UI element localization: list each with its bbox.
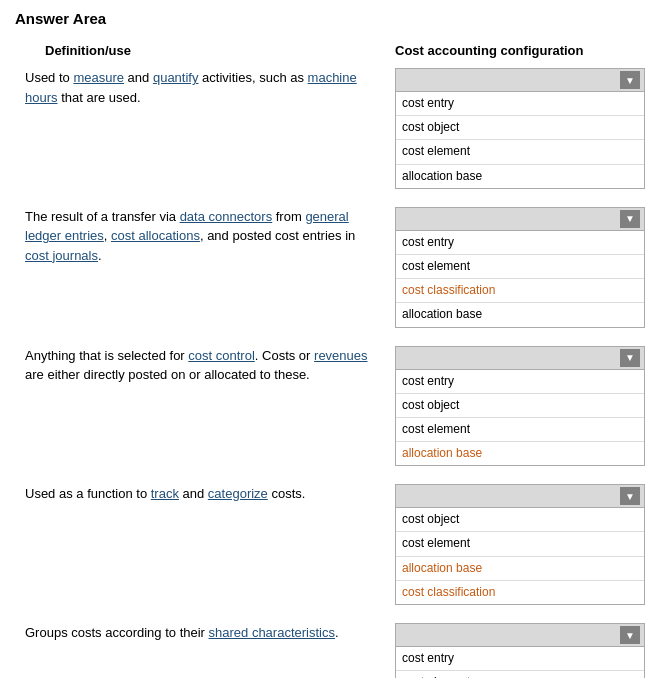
- dropdown-arrow-1[interactable]: ▼: [620, 71, 640, 89]
- dropdown-item-3-2[interactable]: cost object: [396, 394, 644, 418]
- dropdown-item-2-2[interactable]: cost element: [396, 255, 644, 279]
- qa-row-3: Anything that is selected for cost contr…: [15, 346, 645, 467]
- dropdown-arrow-4[interactable]: ▼: [620, 487, 640, 505]
- dropdown-item-1-3[interactable]: cost element: [396, 140, 644, 164]
- dropdown-arrow-2[interactable]: ▼: [620, 210, 640, 228]
- column-header-definition: Definition/use: [15, 43, 395, 58]
- dropdown-item-1-4[interactable]: allocation base: [396, 165, 644, 188]
- dropdown-items-2: cost entrycost elementcost classificatio…: [396, 231, 644, 327]
- dropdown-box-3: ▼cost entrycost objectcost elementalloca…: [395, 346, 645, 467]
- dropdown-box-1: ▼cost entrycost objectcost elementalloca…: [395, 68, 645, 189]
- dropdown-item-2-3[interactable]: cost classification: [396, 279, 644, 303]
- page-title: Answer Area: [15, 10, 645, 27]
- qa-row-5: Groups costs according to their shared c…: [15, 623, 645, 678]
- dropdown-items-1: cost entrycost objectcost elementallocat…: [396, 92, 644, 188]
- dropdown-item-1-2[interactable]: cost object: [396, 116, 644, 140]
- definition-3: Anything that is selected for cost contr…: [15, 346, 395, 385]
- dropdown-item-3-3[interactable]: cost element: [396, 418, 644, 442]
- qa-row-2: The result of a transfer via data connec…: [15, 207, 645, 328]
- dropdown-arrow-5[interactable]: ▼: [620, 626, 640, 644]
- dropdown-box-2: ▼cost entrycost elementcost classificati…: [395, 207, 645, 328]
- dropdown-item-4-2[interactable]: cost element: [396, 532, 644, 556]
- qa-row-4: Used as a function to track and categori…: [15, 484, 645, 605]
- dropdown-header-1: ▼: [396, 69, 644, 92]
- definition-2: The result of a transfer via data connec…: [15, 207, 395, 266]
- dropdown-header-3: ▼: [396, 347, 644, 370]
- dropdown-item-2-1[interactable]: cost entry: [396, 231, 644, 255]
- definition-1: Used to measure and quantify activities,…: [15, 68, 395, 107]
- dropdown-items-5: cost entrycost elementallocation basecos…: [396, 647, 644, 678]
- dropdown-item-5-1[interactable]: cost entry: [396, 647, 644, 671]
- dropdown-item-1-1[interactable]: cost entry: [396, 92, 644, 116]
- dropdown-header-4: ▼: [396, 485, 644, 508]
- dropdown-item-4-4[interactable]: cost classification: [396, 581, 644, 604]
- dropdown-item-4-3[interactable]: allocation base: [396, 557, 644, 581]
- dropdown-box-5: ▼cost entrycost elementallocation baseco…: [395, 623, 645, 678]
- dropdown-items-4: cost objectcost elementallocation baseco…: [396, 508, 644, 604]
- definition-5: Groups costs according to their shared c…: [15, 623, 395, 643]
- dropdown-item-5-2[interactable]: cost element: [396, 671, 644, 678]
- dropdown-header-2: ▼: [396, 208, 644, 231]
- dropdown-items-3: cost entrycost objectcost elementallocat…: [396, 370, 644, 466]
- dropdown-arrow-3[interactable]: ▼: [620, 349, 640, 367]
- dropdown-item-3-1[interactable]: cost entry: [396, 370, 644, 394]
- dropdown-item-2-4[interactable]: allocation base: [396, 303, 644, 326]
- definition-4: Used as a function to track and categori…: [15, 484, 395, 504]
- dropdown-item-3-4[interactable]: allocation base: [396, 442, 644, 465]
- column-header-config: Cost accounting configuration: [395, 43, 645, 58]
- qa-row-1: Used to measure and quantify activities,…: [15, 68, 645, 189]
- dropdown-box-4: ▼cost objectcost elementallocation basec…: [395, 484, 645, 605]
- dropdown-header-5: ▼: [396, 624, 644, 647]
- dropdown-item-4-1[interactable]: cost object: [396, 508, 644, 532]
